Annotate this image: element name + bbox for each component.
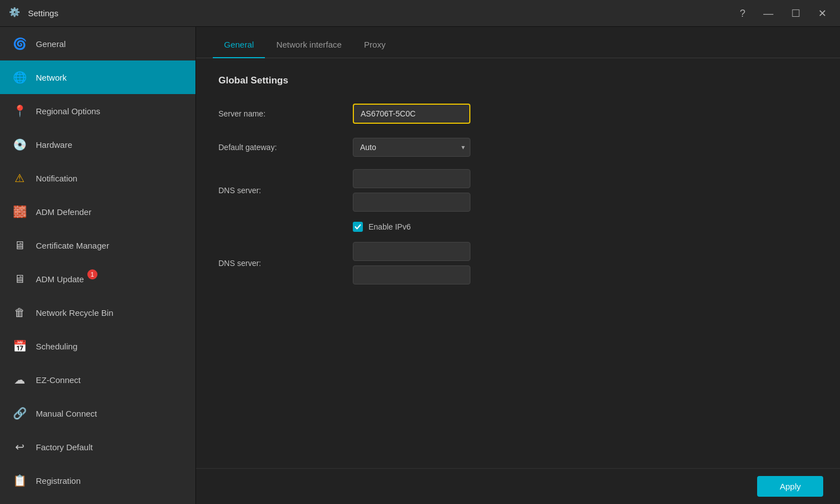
network-recycle-bin-icon: 🗑: [11, 304, 28, 321]
sidebar-item-factory-default[interactable]: ↩ Factory Default: [0, 430, 195, 464]
checkmark-icon: [354, 223, 361, 230]
sidebar-item-network-recycle-bin[interactable]: 🗑 Network Recycle Bin: [0, 296, 195, 329]
server-name-label: Server name:: [218, 109, 353, 118]
default-gateway-row: Default gateway: Auto Manual ▾: [218, 136, 818, 159]
dns-inputs-ipv4: [353, 169, 470, 212]
minimize-button[interactable]: —: [759, 6, 778, 21]
help-button[interactable]: ?: [735, 6, 750, 21]
sidebar-label-scheduling: Scheduling: [36, 342, 77, 351]
sidebar-label-notification: Notification: [36, 174, 77, 183]
enable-ipv6-label: Enable IPv6: [368, 222, 411, 231]
hardware-icon: 💿: [11, 136, 28, 153]
dns-inputs-ipv6: [353, 242, 470, 284]
enable-ipv6-checkbox[interactable]: [353, 222, 363, 232]
sidebar-item-scheduling[interactable]: 📅 Scheduling: [0, 329, 195, 363]
tab-proxy[interactable]: Proxy: [353, 40, 396, 58]
sidebar-label-adm-update: ADM Update: [36, 274, 84, 284]
default-gateway-select[interactable]: Auto Manual: [353, 138, 470, 157]
general-icon: 🌀: [11, 35, 28, 52]
sidebar-label-certificate-manager: Certificate Manager: [36, 241, 109, 250]
adm-update-icon: 🖥: [11, 270, 28, 287]
tab-bar: General Network interface Proxy: [196, 27, 840, 58]
app-icon: ⚙️: [9, 7, 22, 20]
regional-options-icon: 📍: [11, 102, 28, 119]
sidebar-label-hardware: Hardware: [36, 140, 72, 150]
dns-server-row: DNS server:: [218, 169, 818, 212]
manual-connect-icon: 🔗: [11, 405, 28, 422]
adm-defender-icon: 🧱: [11, 203, 28, 220]
sidebar-item-regional-options[interactable]: 📍 Regional Options: [0, 94, 195, 128]
sidebar-item-notification[interactable]: ⚠ Notification: [0, 161, 195, 195]
sidebar-item-general[interactable]: 🌀 General: [0, 27, 195, 60]
sidebar-label-ez-connect: EZ-Connect: [36, 375, 81, 385]
maximize-button[interactable]: ☐: [787, 6, 805, 21]
sidebar-label-registration: Registration: [36, 476, 81, 486]
default-gateway-wrapper: Auto Manual ▾: [353, 138, 470, 157]
network-icon: 🌐: [11, 69, 28, 86]
sidebar-item-adm-update[interactable]: 🖥 ADM Update 1: [0, 262, 195, 296]
default-gateway-label: Default gateway:: [218, 143, 353, 152]
window-controls: ? — ☐ ✕: [735, 6, 831, 21]
ipv6-dns-server-2-input[interactable]: [353, 265, 470, 284]
registration-icon: 📋: [11, 472, 28, 489]
ez-connect-icon: ☁: [11, 371, 28, 388]
sidebar-item-manual-connect[interactable]: 🔗 Manual Connect: [0, 396, 195, 430]
scheduling-icon: 📅: [11, 338, 28, 354]
close-button[interactable]: ✕: [814, 6, 831, 21]
factory-default-icon: ↩: [11, 438, 28, 455]
ipv6-dns-server-1-input[interactable]: [353, 242, 470, 261]
tab-network-interface[interactable]: Network interface: [265, 40, 353, 58]
dns-server-2-input[interactable]: [353, 193, 470, 212]
app-title: Settings: [28, 8, 735, 18]
sidebar-item-adm-defender[interactable]: 🧱 ADM Defender: [0, 195, 195, 228]
enable-ipv6-row: Enable IPv6: [353, 222, 818, 232]
main-form: Global Settings Server name: Default gat…: [196, 58, 840, 468]
dns-server-label: DNS server:: [218, 186, 353, 195]
content-area: General Network interface Proxy Global S…: [196, 27, 840, 504]
tab-general[interactable]: General: [213, 40, 265, 58]
sidebar-label-adm-defender: ADM Defender: [36, 207, 91, 217]
server-name-input[interactable]: [353, 104, 470, 124]
ipv6-dns-server-row: DNS server:: [218, 242, 818, 284]
server-name-row: Server name:: [218, 102, 818, 125]
certificate-manager-icon: 🖥: [11, 237, 28, 254]
ipv6-dns-server-label: DNS server:: [218, 259, 353, 268]
sidebar-label-factory-default: Factory Default: [36, 442, 93, 452]
adm-update-badge: 1: [87, 269, 97, 279]
sidebar-item-hardware[interactable]: 💿 Hardware: [0, 128, 195, 161]
app-body: 🌀 General 🌐 Network 📍 Regional Options 💿…: [0, 27, 840, 504]
sidebar-item-registration[interactable]: 📋 Registration: [0, 464, 195, 497]
sidebar: 🌀 General 🌐 Network 📍 Regional Options 💿…: [0, 27, 196, 504]
sidebar-label-network: Network: [36, 73, 67, 82]
sidebar-item-network[interactable]: 🌐 Network: [0, 60, 195, 94]
sidebar-label-regional-options: Regional Options: [36, 106, 100, 116]
sidebar-item-ez-connect[interactable]: ☁ EZ-Connect: [0, 363, 195, 396]
sidebar-label-manual-connect: Manual Connect: [36, 409, 97, 418]
apply-button[interactable]: Apply: [757, 476, 823, 497]
sidebar-label-network-recycle-bin: Network Recycle Bin: [36, 308, 113, 318]
section-title: Global Settings: [218, 75, 818, 86]
sidebar-label-general: General: [36, 39, 66, 49]
notification-icon: ⚠: [11, 170, 28, 186]
bottom-bar: Apply: [196, 468, 840, 504]
dns-server-1-input[interactable]: [353, 169, 470, 188]
sidebar-item-certificate-manager[interactable]: 🖥 Certificate Manager: [0, 228, 195, 262]
title-bar: ⚙️ Settings ? — ☐ ✕: [0, 0, 840, 27]
